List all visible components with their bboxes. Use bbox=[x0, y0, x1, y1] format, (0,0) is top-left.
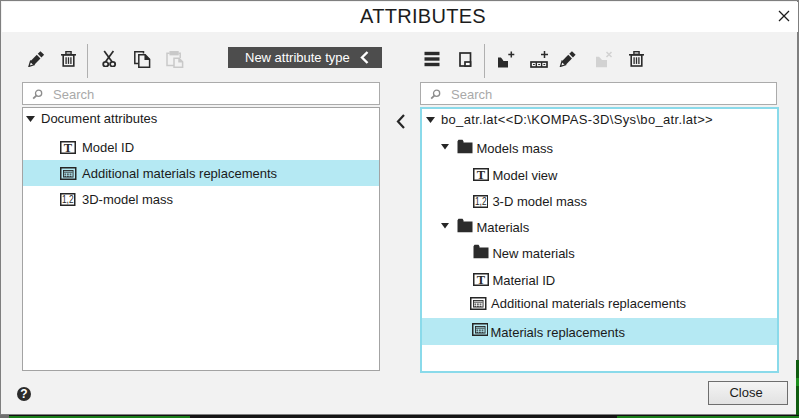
svg-text:1,2: 1,2 bbox=[62, 193, 74, 205]
svg-text:T: T bbox=[64, 141, 73, 154]
svg-text:1,2: 1,2 bbox=[475, 195, 487, 207]
svg-text:T: T bbox=[477, 273, 486, 286]
svg-text:T: T bbox=[477, 168, 486, 181]
